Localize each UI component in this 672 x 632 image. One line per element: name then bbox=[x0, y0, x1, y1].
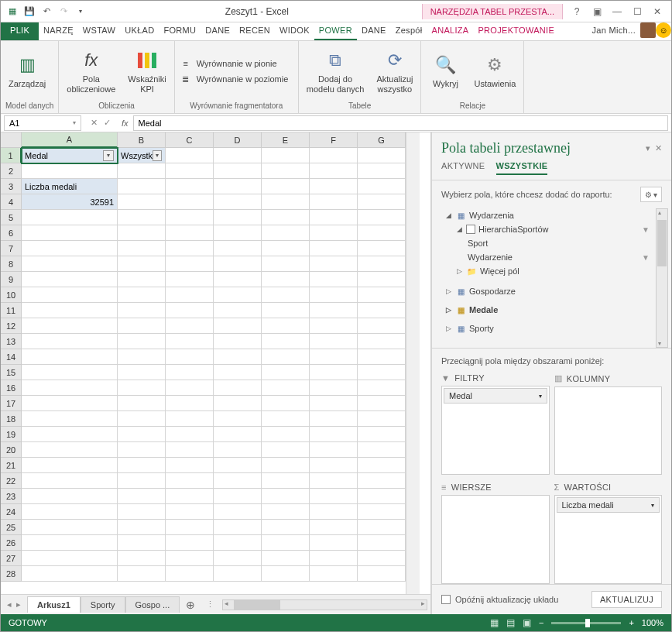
cell-c18[interactable] bbox=[166, 411, 214, 427]
cell-d11[interactable] bbox=[214, 303, 262, 318]
collapse-icon[interactable]: ◢ bbox=[455, 225, 463, 233]
cell-a5[interactable] bbox=[22, 210, 118, 225]
cell-g26[interactable] bbox=[358, 535, 406, 551]
expand-icon[interactable]: ▷ bbox=[444, 306, 452, 314]
cell-e17[interactable] bbox=[262, 396, 310, 411]
cell-a18[interactable] bbox=[22, 411, 118, 427]
cell-c16[interactable] bbox=[166, 380, 214, 396]
cell-e27[interactable] bbox=[262, 551, 310, 566]
cell-b27[interactable] bbox=[118, 551, 166, 566]
cell-c20[interactable] bbox=[166, 442, 214, 458]
row-header-27[interactable]: 27 bbox=[1, 551, 22, 566]
cell-a16[interactable] bbox=[22, 380, 118, 396]
cell-d16[interactable] bbox=[214, 380, 262, 396]
add-sheet-button[interactable]: ⊕ bbox=[180, 599, 201, 611]
collapse-icon[interactable]: ◢ bbox=[444, 211, 452, 219]
row-header-1[interactable]: 1 bbox=[1, 148, 22, 163]
columns-drop[interactable] bbox=[554, 386, 663, 475]
sheet-tab-3[interactable]: Gospo ... bbox=[125, 596, 180, 613]
checkbox[interactable] bbox=[441, 595, 451, 604]
field-node-wydarzenia[interactable]: ◢▦Wydarzenia bbox=[441, 208, 668, 222]
cell-a20[interactable] bbox=[22, 442, 118, 458]
field-node-medale[interactable]: ▷▦Medale bbox=[441, 303, 668, 317]
zoom-out-icon[interactable]: − bbox=[539, 618, 543, 627]
cell-b28[interactable] bbox=[118, 566, 166, 582]
tab-analiza[interactable]: ANALIZA bbox=[427, 22, 474, 40]
cell-d3[interactable] bbox=[214, 179, 262, 194]
cell-c28[interactable] bbox=[166, 566, 214, 582]
cell-b21[interactable] bbox=[118, 458, 166, 473]
cell-a24[interactable] bbox=[22, 504, 118, 520]
tab-zespol[interactable]: Zespół bbox=[391, 22, 427, 40]
cell-f28[interactable] bbox=[310, 566, 358, 582]
row-header-23[interactable]: 23 bbox=[1, 489, 22, 504]
cell-f13[interactable] bbox=[310, 334, 358, 349]
cell-f11[interactable] bbox=[310, 303, 358, 318]
tab-file[interactable]: PLIK bbox=[1, 22, 39, 40]
cell-c5[interactable] bbox=[166, 210, 214, 225]
cell-g17[interactable] bbox=[358, 396, 406, 411]
cell-d21[interactable] bbox=[214, 458, 262, 473]
settings-button[interactable]: ⚙ Ustawienia bbox=[471, 51, 519, 91]
pane-close-icon[interactable]: ✕ bbox=[655, 143, 662, 153]
cell-f3[interactable] bbox=[310, 179, 358, 194]
cell-g14[interactable] bbox=[358, 349, 406, 365]
cell-f27[interactable] bbox=[310, 551, 358, 566]
refresh-all-button[interactable]: ⟳ Aktualizuj wszystko bbox=[373, 46, 416, 96]
filters-drop[interactable]: Medal▾ bbox=[441, 386, 550, 475]
cell-e19[interactable] bbox=[262, 427, 310, 442]
cell-d15[interactable] bbox=[214, 365, 262, 380]
cell-e25[interactable] bbox=[262, 520, 310, 535]
redo-icon[interactable]: ↷ bbox=[57, 5, 70, 19]
cell-e26[interactable] bbox=[262, 535, 310, 551]
col-header-c[interactable]: C bbox=[166, 132, 214, 148]
col-header-a[interactable]: A bbox=[22, 132, 118, 148]
expand-icon[interactable]: ▷ bbox=[455, 267, 463, 275]
save-icon[interactable]: 💾 bbox=[22, 5, 36, 19]
tab-projekt[interactable]: PROJEKTOWANIE bbox=[473, 22, 559, 40]
cell-b10[interactable] bbox=[118, 287, 166, 303]
cell-b13[interactable] bbox=[118, 334, 166, 349]
cell-d6[interactable] bbox=[214, 225, 262, 241]
cell-d14[interactable] bbox=[214, 349, 262, 365]
cell-a23[interactable] bbox=[22, 489, 118, 504]
col-header-f[interactable]: F bbox=[310, 132, 358, 148]
cell-d28[interactable] bbox=[214, 566, 262, 582]
cell-f4[interactable] bbox=[310, 194, 358, 210]
cell-a1[interactable]: Medal▾ bbox=[22, 148, 118, 163]
ribbon-options-icon[interactable]: ▣ bbox=[589, 4, 605, 19]
cell-a7[interactable] bbox=[22, 241, 118, 256]
cell-e18[interactable] bbox=[262, 411, 310, 427]
cell-f14[interactable] bbox=[310, 349, 358, 365]
close-icon[interactable]: ✕ bbox=[650, 4, 665, 19]
cell-b9[interactable] bbox=[118, 272, 166, 287]
row-header-5[interactable]: 5 bbox=[1, 210, 22, 225]
cell-b23[interactable] bbox=[118, 489, 166, 504]
user-name[interactable]: Jan Mich... bbox=[588, 22, 641, 40]
cell-g22[interactable] bbox=[358, 473, 406, 489]
cell-d19[interactable] bbox=[214, 427, 262, 442]
cell-f9[interactable] bbox=[310, 272, 358, 287]
cell-a17[interactable] bbox=[22, 396, 118, 411]
qat-dropdown-icon[interactable]: ▾ bbox=[74, 5, 87, 19]
cell-e20[interactable] bbox=[262, 442, 310, 458]
cell-e23[interactable] bbox=[262, 489, 310, 504]
cell-b3[interactable] bbox=[118, 179, 166, 194]
cell-a19[interactable] bbox=[22, 427, 118, 442]
cell-b14[interactable] bbox=[118, 349, 166, 365]
cell-a27[interactable] bbox=[22, 551, 118, 566]
cell-g27[interactable] bbox=[358, 551, 406, 566]
sheet-tab-2[interactable]: Sporty bbox=[81, 596, 125, 613]
pane-options-icon[interactable]: ▾ bbox=[646, 143, 650, 153]
cell-c10[interactable] bbox=[166, 287, 214, 303]
cell-a6[interactable] bbox=[22, 225, 118, 241]
cell-a13[interactable] bbox=[22, 334, 118, 349]
filter-icon[interactable]: ▼ bbox=[642, 253, 650, 262]
tab-narze[interactable]: NARZĘ bbox=[39, 22, 78, 40]
cell-e9[interactable] bbox=[262, 272, 310, 287]
dropdown-icon[interactable]: ▾ bbox=[539, 393, 542, 400]
cell-c7[interactable] bbox=[166, 241, 214, 256]
expand-icon[interactable]: ▷ bbox=[444, 287, 452, 295]
cell-f16[interactable] bbox=[310, 380, 358, 396]
tab-dane[interactable]: DANE bbox=[201, 22, 235, 40]
